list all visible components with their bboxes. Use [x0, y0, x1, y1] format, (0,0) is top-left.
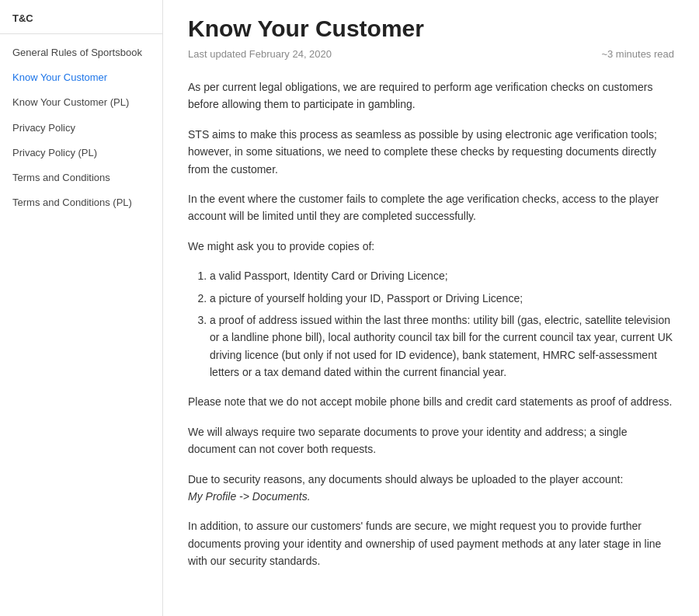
paragraph-5: Please note that we do not accept mobile…	[188, 393, 674, 410]
paragraph-7-text: Due to security reasons, any documents s…	[188, 473, 623, 485]
paragraph-3: In the event where the customer fails to…	[188, 190, 674, 225]
paragraph-6: We will always require two separate docu…	[188, 423, 674, 458]
list-item-2: a picture of yourself holding your ID, P…	[210, 290, 674, 307]
page-title: Know Your Customer	[188, 16, 674, 42]
list-item-3: a proof of address issued within the las…	[210, 311, 674, 381]
read-time: ~3 minutes read	[601, 48, 674, 60]
paragraph-8: In addition, to assure our customers' fu…	[188, 517, 674, 569]
my-profile-link: My Profile -> Documents.	[188, 490, 311, 503]
tc-logo: T&C	[0, 12, 162, 34]
sidebar-item-terms-and-conditions[interactable]: Terms and Conditions	[0, 165, 162, 190]
list-item-1: a valid Passport, Identity Card or Drivi…	[210, 267, 674, 284]
sidebar-item-terms-and-conditions-pl[interactable]: Terms and Conditions (PL)	[0, 190, 162, 215]
sidebar-item-general-rules[interactable]: General Rules of Sportsbook	[0, 40, 162, 65]
paragraph-7: Due to security reasons, any documents s…	[188, 471, 674, 506]
document-list: a valid Passport, Identity Card or Drivi…	[210, 267, 674, 381]
last-updated: Last updated February 24, 2020	[188, 48, 332, 60]
sidebar-item-know-your-customer[interactable]: Know Your Customer	[0, 65, 162, 90]
paragraph-2: STS aims to make this process as seamles…	[188, 126, 674, 178]
meta-row: Last updated February 24, 2020 ~3 minute…	[188, 48, 674, 60]
paragraph-4: We might ask you to provide copies of:	[188, 238, 674, 255]
sidebar-item-privacy-policy[interactable]: Privacy Policy	[0, 116, 162, 141]
main-content: Know Your Customer Last updated February…	[163, 0, 699, 616]
content-body: As per current legal obligations, we are…	[188, 78, 674, 570]
sidebar-item-privacy-policy-pl[interactable]: Privacy Policy (PL)	[0, 141, 162, 165]
paragraph-1: As per current legal obligations, we are…	[188, 78, 674, 113]
sidebar-item-know-your-customer-pl[interactable]: Know Your Customer (PL)	[0, 90, 162, 115]
sidebar: T&C General Rules of Sportsbook Know You…	[0, 0, 163, 616]
